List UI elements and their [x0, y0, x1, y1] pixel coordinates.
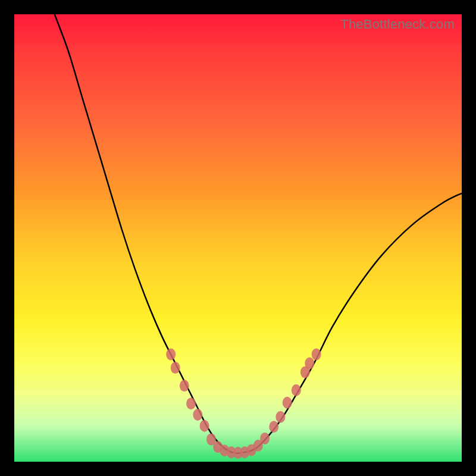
bottleneck-curve — [55, 14, 462, 453]
plot-area: TheBottleneck.com — [14, 14, 462, 462]
sample-marker — [312, 349, 321, 361]
sample-marker — [171, 362, 180, 374]
chart-svg — [14, 14, 462, 462]
watermark-text: TheBottleneck.com — [340, 17, 455, 32]
sample-marker — [166, 349, 176, 361]
sample-marker — [193, 409, 202, 421]
sample-marker — [269, 421, 278, 433]
sample-marker — [292, 384, 301, 396]
sample-marker — [283, 397, 292, 409]
sample-marker — [200, 420, 209, 432]
sample-markers — [166, 349, 321, 459]
sample-marker — [260, 433, 270, 444]
sample-marker — [186, 397, 196, 409]
sample-marker — [305, 358, 314, 369]
sample-marker — [180, 380, 189, 392]
sample-marker — [275, 411, 285, 423]
